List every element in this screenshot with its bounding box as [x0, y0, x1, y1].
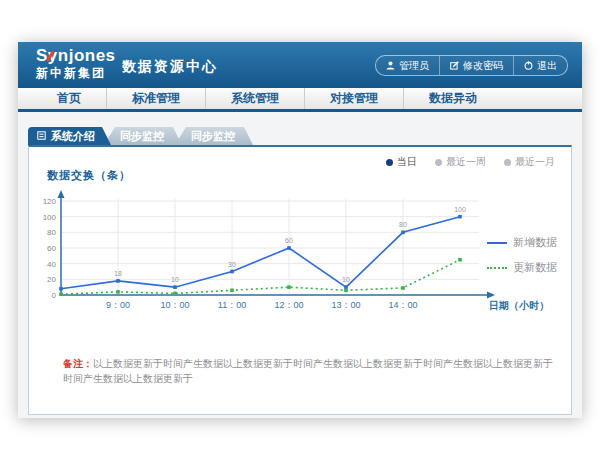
svg-text:10: 10 — [171, 276, 179, 283]
content-tabs: 系统介绍 同步监控 同步监控 — [28, 127, 253, 145]
page-title: 数据资源中心 — [122, 58, 218, 76]
nav-item-interface[interactable]: 对接管理 — [304, 88, 403, 109]
change-password-label: 修改密码 — [463, 59, 503, 73]
svg-text:30: 30 — [228, 261, 236, 268]
app-window: Synjones 新中新集团 数据资源中心 管理员 修改密码 — [18, 42, 582, 418]
admin-user-label: 管理员 — [399, 59, 429, 73]
filter-last-week-label: 最近一周 — [446, 155, 486, 169]
filter-today[interactable]: 当日 — [386, 155, 417, 169]
svg-text:20: 20 — [47, 275, 56, 284]
time-range-filters: 当日 最近一周 最近一月 — [386, 155, 555, 169]
nav-item-home[interactable]: 首页 — [32, 88, 106, 109]
nav-item-system[interactable]: 系统管理 — [205, 88, 304, 109]
radio-dot-icon — [504, 159, 511, 166]
svg-text:18: 18 — [114, 270, 122, 277]
tab-sync-monitor-2[interactable]: 同步监控 — [175, 127, 253, 145]
edit-icon — [450, 61, 459, 70]
dotted-line-swatch-icon — [487, 267, 507, 269]
tab-sync-monitor-1[interactable]: 同步监控 — [104, 127, 182, 145]
svg-text:40: 40 — [47, 260, 56, 269]
app-header: Synjones 新中新集团 数据资源中心 管理员 修改密码 — [18, 42, 582, 88]
svg-text:60: 60 — [285, 237, 293, 244]
legend-new-data[interactable]: 新增数据 — [487, 235, 557, 250]
svg-text:13：00: 13：00 — [331, 300, 360, 310]
radio-dot-icon — [435, 159, 442, 166]
filter-last-month-label: 最近一月 — [515, 155, 555, 169]
svg-text:80: 80 — [399, 221, 407, 228]
svg-text:14：00: 14：00 — [388, 300, 417, 310]
y-axis-title: 数据交换（条） — [47, 168, 131, 183]
legend-updated-data[interactable]: 更新数据 — [487, 260, 557, 275]
legend-updated-data-label: 更新数据 — [513, 260, 557, 275]
footnote-prefix: 备注： — [63, 358, 93, 369]
tab-label: 系统介绍 — [51, 127, 95, 145]
svg-text:80: 80 — [47, 228, 56, 237]
filter-last-week[interactable]: 最近一周 — [435, 155, 486, 169]
svg-text:120: 120 — [43, 197, 57, 206]
footnote: 备注：以上数据更新于时间产生数据以上数据更新于时间产生数据以上数据更新于时间产生… — [63, 356, 555, 386]
user-icon — [386, 61, 395, 70]
svg-text:11：00: 11：00 — [218, 300, 246, 310]
svg-text:12：00: 12：00 — [274, 300, 303, 310]
svg-text:60: 60 — [47, 244, 56, 253]
footnote-text: 以上数据更新于时间产生数据以上数据更新于时间产生数据以上数据更新于时间产生数据以… — [63, 358, 553, 384]
admin-user-button[interactable]: 管理员 — [376, 56, 439, 75]
line-chart: 0204060801001209：0010：0011：0012：0013：001… — [43, 183, 553, 323]
tab-system-intro[interactable]: 系统介绍 — [28, 127, 111, 145]
svg-text:100: 100 — [454, 206, 466, 213]
svg-text:10：00: 10：00 — [160, 300, 189, 310]
logo-text: Synjones — [36, 47, 116, 66]
svg-text:10: 10 — [342, 276, 350, 283]
user-actions-group: 管理员 修改密码 退出 — [375, 55, 568, 76]
filter-today-label: 当日 — [397, 155, 417, 169]
nav-item-standards[interactable]: 标准管理 — [106, 88, 205, 109]
form-icon — [37, 127, 46, 145]
chart-legend: 新增数据 更新数据 — [487, 235, 557, 285]
main-nav: 首页 标准管理 系统管理 对接管理 数据异动 — [18, 88, 582, 112]
svg-text:100: 100 — [43, 213, 57, 222]
solid-line-swatch-icon — [487, 242, 507, 244]
filter-last-month[interactable]: 最近一月 — [504, 155, 555, 169]
chart-panel: 当日 最近一周 最近一月 数据交换（条） 0204060801001209：00… — [28, 145, 572, 415]
logo-subtext: 新中新集团 — [36, 67, 116, 80]
nav-item-data-change[interactable]: 数据异动 — [403, 88, 502, 109]
logout-label: 退出 — [537, 59, 557, 73]
legend-new-data-label: 新增数据 — [513, 235, 557, 250]
radio-dot-icon — [386, 159, 393, 166]
company-logo: Synjones 新中新集团 — [36, 47, 116, 80]
svg-text:0: 0 — [52, 291, 57, 300]
svg-text:日期（小时）: 日期（小时） — [489, 300, 549, 311]
logout-button[interactable]: 退出 — [513, 56, 567, 75]
change-password-button[interactable]: 修改密码 — [439, 56, 513, 75]
power-icon — [524, 61, 533, 70]
svg-text:9：00: 9：00 — [106, 300, 130, 310]
